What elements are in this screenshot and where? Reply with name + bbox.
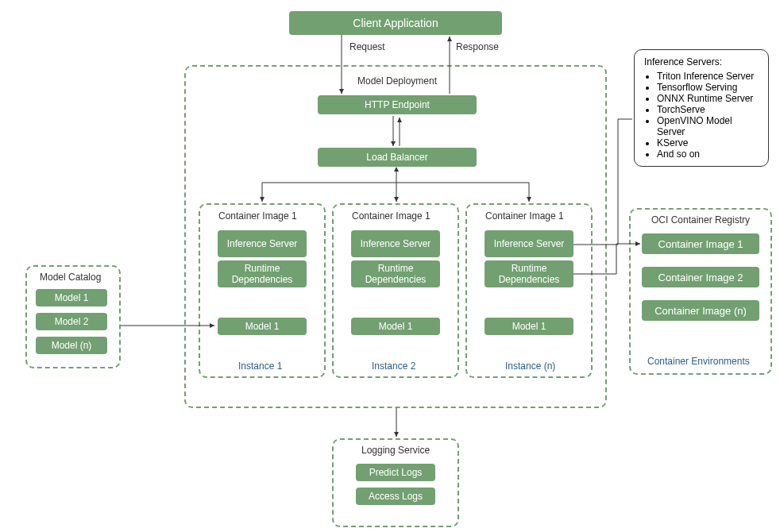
registry-item-1: Container Image 1 [642, 233, 759, 254]
container-2-title: Container Image 1 [352, 210, 431, 222]
container-2-model: Model 1 [351, 318, 440, 335]
container-1-title: Container Image 1 [218, 210, 297, 222]
model-deployment-title: Model Deployment [357, 75, 437, 87]
legend-item: Tensorflow Serving [657, 82, 759, 93]
load-balancer-box: Load Balancer [318, 148, 477, 167]
container-3-model: Model 1 [485, 318, 573, 335]
model-catalog-title: Model Catalog [40, 272, 101, 283]
legend-item: And so on [657, 148, 759, 160]
registry-item-3: Container Image (n) [642, 300, 759, 321]
logging-access-logs: Access Logs [356, 488, 435, 505]
legend-title: Inference Servers: [644, 56, 759, 67]
container-2-instance: Instance 2 [372, 360, 415, 372]
legend-item: KServe [657, 137, 759, 148]
container-2-runtime: Runtime Dependencies [351, 260, 440, 287]
client-application-box: Client Application [289, 11, 502, 35]
model-catalog-item-3: Model (n) [36, 337, 107, 354]
legend-item: ONNX Runtime Server [657, 93, 759, 104]
container-1-runtime: Runtime Dependencies [218, 260, 307, 287]
inference-servers-legend: Inference Servers: Triton Inference Serv… [634, 49, 769, 167]
registry-item-2: Container Image 2 [642, 267, 759, 287]
container-3-instance: Instance (n) [505, 360, 555, 372]
model-catalog-item-1: Model 1 [36, 289, 107, 306]
logging-service-title: Logging Service [361, 445, 430, 456]
model-catalog-item-2: Model 2 [36, 313, 107, 330]
legend-item: OpenVINO Model Server [657, 115, 759, 137]
container-1-inference: Inference Server [218, 230, 307, 257]
logging-predict-logs: Predict Logs [356, 464, 435, 481]
registry-footer: Container Environments [647, 356, 750, 367]
response-label: Response [456, 41, 499, 52]
request-label: Request [349, 41, 385, 52]
container-3-inference: Inference Server [485, 230, 573, 257]
container-3-box [465, 203, 593, 378]
container-2-box [332, 203, 459, 378]
registry-title: OCI Container Registry [651, 214, 750, 226]
container-1-instance: Instance 1 [238, 360, 282, 372]
container-3-runtime: Runtime Dependencies [485, 260, 573, 287]
container-3-title: Container Image 1 [485, 210, 564, 222]
legend-item: Triton Inference Server [657, 71, 759, 82]
http-endpoint-box: HTTP Endpoint [318, 95, 477, 114]
legend-item: TorchServe [657, 104, 759, 115]
container-2-inference: Inference Server [351, 230, 440, 257]
container-1-box [199, 203, 326, 378]
container-1-model: Model 1 [218, 318, 307, 335]
